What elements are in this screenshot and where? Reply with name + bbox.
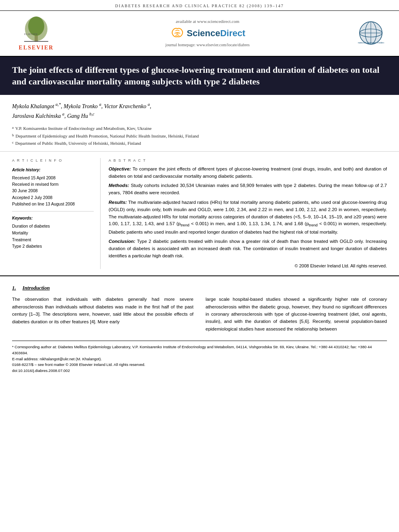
- elsevier-text: ELSEVIER: [19, 44, 54, 52]
- divider-1: [12, 211, 94, 212]
- published-date: Published on line 13 August 2008: [12, 201, 94, 207]
- idf-logo: International Diabetes Federation: [355, 19, 387, 47]
- affiliation-c-text: Department of Public Health, University …: [15, 140, 141, 147]
- keyword-2: Mortality: [12, 230, 94, 236]
- keyword-4: Type 2 diabetes: [12, 243, 94, 250]
- affiliation-a: a V.P. Komisarenko Institute of Endocrin…: [12, 125, 387, 132]
- svg-text:International Diabetes Federat: International Diabetes Federation: [358, 41, 384, 44]
- main-title: The joint effects of different types of …: [12, 64, 387, 88]
- intro-left-col: 1. Introduction The observation that ind…: [12, 284, 193, 333]
- affiliations: a V.P. Komisarenko Institute of Endocrin…: [12, 125, 387, 147]
- objective-text: To compare the joint effects of differen…: [109, 166, 387, 179]
- title-section: The joint effects of different types of …: [0, 57, 399, 95]
- author-1: Mykola Khalangot a,*, Mykola Tronko a, V…: [12, 103, 151, 109]
- elsevier-tree-icon: ELSEVIER: [20, 15, 52, 43]
- received-date: Received 15 April 2008: [12, 175, 94, 181]
- abstract-conclusion: Conclusion: Type 2 diabetic patients tre…: [109, 238, 387, 259]
- abstract-label: A B S T R A C T: [109, 158, 387, 163]
- available-text: available at www.sciencedirect.com: [60, 18, 355, 25]
- footnote-bar: * Corresponding author at: Diabetes Mell…: [12, 341, 387, 374]
- center-info: available at www.sciencedirect.com Scien…: [60, 18, 355, 48]
- affiliation-a-text: V.P. Komisarenko Institute of Endocrinol…: [15, 125, 152, 132]
- conclusion-label: Conclusion:: [109, 239, 135, 244]
- accepted-date: Accepted 2 July 2008: [12, 194, 94, 201]
- revised-date: 30 June 2008: [12, 187, 94, 194]
- section-title: 1. Introduction: [12, 284, 193, 292]
- received-revised-label: Received in revised form: [12, 181, 94, 187]
- intro-right-text: large scale hospital-based studies showe…: [206, 296, 387, 333]
- footnote-doi: doi:10.1016/j.diabres.2008.07.002: [12, 368, 387, 374]
- intro-right-col: large scale hospital-based studies showe…: [206, 284, 387, 333]
- authors-list: Mykola Khalangot a,*, Mykola Tronko a, V…: [12, 101, 387, 121]
- svg-point-5: [176, 32, 179, 35]
- sciencedirect-logo: ScienceDirect: [60, 27, 355, 40]
- journal-header: DIABETES RESEARCH AND CLINICAL PRACTICE …: [0, 0, 399, 11]
- affiliation-c: c Department of Public Health, Universit…: [12, 140, 387, 147]
- section-title-text: Introduction: [23, 284, 50, 292]
- introduction-section: 1. Introduction The observation that ind…: [12, 284, 387, 333]
- affiliation-b: b Department of Epidemiology and Health …: [12, 132, 387, 140]
- keyword-3: Treatment: [12, 236, 94, 243]
- article-info-label: A R T I C L E I N F O: [12, 158, 94, 163]
- footnote-email: E-mail address: nikhalangot@ukr.net (M. …: [12, 356, 387, 362]
- authors-section: Mykola Khalangot a,*, Mykola Tronko a, V…: [0, 95, 399, 152]
- results-text: The multivariate-adjusted hazard ratios …: [109, 200, 387, 234]
- sd-logo-icon: [170, 27, 185, 40]
- logo-bar: ELSEVIER ELSEVIER available at www.scien…: [0, 11, 399, 57]
- two-column-section: A R T I C L E I N F O Article history: R…: [0, 152, 399, 275]
- keywords-title: Keywords:: [12, 216, 94, 221]
- elsevier-logo: ELSEVIER ELSEVIER: [12, 15, 60, 52]
- section-number: 1.: [12, 284, 16, 292]
- article-info-col: A R T I C L E I N F O Article history: R…: [12, 158, 101, 269]
- copyright-text: © 2008 Elsevier Ireland Ltd. All rights …: [109, 263, 387, 269]
- footnote-corresponding: * Corresponding author at: Diabetes Mell…: [12, 344, 387, 356]
- journal-name: DIABETES RESEARCH AND CLINICAL PRACTICE …: [115, 4, 284, 8]
- sciencedirect-label: ScienceDirect: [187, 27, 245, 40]
- abstract-text: Objective: To compare the joint effects …: [109, 166, 387, 260]
- abstract-methods: Methods: Study cohorts included 30,534 U…: [109, 182, 387, 197]
- author-2: Jaroslava Kulchinska a, Gang Hu b,c: [12, 113, 95, 119]
- footnote-doi-info: 0168-8227/$ – see front matter © 2008 El…: [12, 362, 387, 368]
- conclusion-text: Type 2 diabetic patients treated with in…: [109, 239, 387, 258]
- intro-left-text: The observation that individuals with di…: [12, 296, 193, 325]
- methods-text: Study cohorts included 30,534 Ukrainian …: [109, 183, 387, 195]
- objective-label: Objective:: [109, 166, 131, 171]
- keyword-1: Duration of diabetes: [12, 223, 94, 230]
- idf-globe-icon: International Diabetes Federation: [358, 20, 384, 46]
- methods-label: Methods:: [109, 183, 129, 188]
- affiliation-b-text: Department of Epidemiology and Health Pr…: [16, 132, 199, 140]
- main-content: 1. Introduction The observation that ind…: [0, 275, 399, 382]
- article-history-title: Article history:: [12, 167, 94, 173]
- svg-text:ELSEVIER: ELSEVIER: [24, 33, 37, 36]
- abstract-results: Results: The multivariate-adjusted hazar…: [109, 199, 387, 236]
- journal-homepage: journal homepage: www.elsevier.com/locat…: [60, 42, 355, 48]
- abstract-col: A B S T R A C T Objective: To compare th…: [109, 158, 387, 269]
- results-label: Results:: [109, 200, 127, 205]
- abstract-objective: Objective: To compare the joint effects …: [109, 166, 387, 180]
